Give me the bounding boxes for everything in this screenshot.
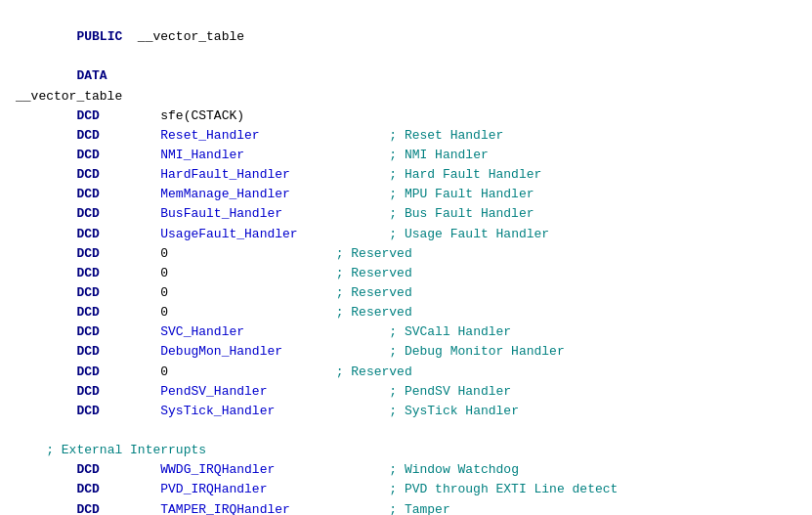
handler-name: Reset_Handler: [160, 128, 259, 143]
comment: ; Reserved: [336, 285, 412, 300]
keyword: DCD: [76, 384, 99, 399]
label: sfe(CSTACK): [160, 108, 244, 123]
code-line: DATA: [16, 66, 796, 86]
handler-name: TAMPER_IRQHandler: [160, 502, 290, 515]
code-line: DCD DebugMon_Handler ; Debug Monitor Han…: [16, 342, 796, 362]
handler-name: MemManage_Handler: [160, 187, 290, 201]
keyword: DCD: [76, 266, 99, 280]
comment: ; SVCall Handler: [389, 324, 511, 339]
code-line: DCD SVC_Handler ; SVCall Handler: [16, 322, 796, 342]
code-line: DCD HardFault_Handler ; Hard Fault Handl…: [16, 165, 796, 185]
keyword: DCD: [76, 128, 99, 143]
code-line: DCD TAMPER_IRQHandler ; Tamper: [16, 500, 796, 515]
label: 0: [160, 365, 168, 379]
code-line: PUBLIC __vector_table: [16, 27, 796, 47]
code-line: DCD MemManage_Handler ; MPU Fault Handle…: [16, 185, 796, 204]
label: 0: [160, 246, 168, 261]
keyword: DCD: [76, 285, 99, 300]
keyword: DCD: [76, 344, 99, 359]
handler-name: NMI_Handler: [160, 148, 244, 162]
keyword: DCD: [76, 206, 99, 221]
comment: ; External Interrupts: [46, 443, 206, 457]
code-line: [16, 47, 796, 66]
code-line: DCD WWDG_IRQHandler ; Window Watchdog: [16, 460, 796, 480]
keyword: DCD: [76, 365, 99, 379]
keyword: DCD: [76, 108, 99, 123]
code-line: DCD BusFault_Handler ; Bus Fault Handler: [16, 204, 796, 224]
comment: ; SysTick Handler: [389, 404, 519, 418]
code-line: DCD NMI_Handler ; NMI Handler: [16, 146, 796, 165]
label: __vector_table: [138, 29, 244, 44]
handler-name: WWDG_IRQHandler: [160, 462, 275, 477]
keyword: DCD: [76, 324, 99, 339]
code-line: DCD SysTick_Handler ; SysTick Handler: [16, 402, 796, 421]
comment: ; Window Watchdog: [389, 462, 519, 477]
code-line: DCD PendSV_Handler ; PendSV Handler: [16, 382, 796, 402]
code-editor: PUBLIC __vector_table DATA__vector_table…: [0, 0, 812, 515]
code-line: [16, 421, 796, 441]
label: 0: [160, 305, 168, 320]
comment: ; Reserved: [336, 246, 412, 261]
handler-name: UsageFault_Handler: [160, 227, 297, 241]
comment: ; Reserved: [336, 365, 412, 379]
handler-name: DebugMon_Handler: [160, 344, 282, 359]
code-line: DCD Reset_Handler ; Reset Handler: [16, 126, 796, 146]
keyword: DCD: [76, 187, 99, 201]
keyword: DCD: [76, 462, 99, 477]
comment: ; NMI Handler: [389, 148, 488, 162]
keyword: DCD: [76, 227, 99, 241]
handler-name: SysTick_Handler: [160, 404, 275, 418]
comment: ; Bus Fault Handler: [389, 206, 534, 221]
keyword: DCD: [76, 167, 99, 182]
handler-name: SVC_Handler: [160, 324, 244, 339]
keyword: DCD: [76, 482, 99, 496]
comment: ; Hard Fault Handler: [389, 167, 541, 182]
keyword: DATA: [76, 68, 107, 83]
code-line: DCD 0 ; Reserved: [16, 244, 796, 264]
label: __vector_table: [16, 89, 122, 104]
handler-name: HardFault_Handler: [160, 167, 290, 182]
keyword: DCD: [76, 305, 99, 320]
code-line: __vector_table: [16, 87, 796, 107]
comment: ; Tamper: [389, 502, 449, 515]
label: 0: [160, 285, 168, 300]
comment: ; Reset Handler: [389, 128, 503, 143]
comment: ; Reserved: [336, 266, 412, 280]
comment: ; Debug Monitor Handler: [389, 344, 564, 359]
comment: ; PendSV Handler: [389, 384, 511, 399]
comment: ; MPU Fault Handler: [389, 187, 534, 201]
code-line: DCD 0 ; Reserved: [16, 363, 796, 382]
code-line: ; External Interrupts: [16, 441, 796, 460]
keyword: DCD: [76, 502, 99, 515]
handler-name: PVD_IRQHandler: [160, 482, 267, 496]
comment: ; Reserved: [336, 305, 412, 320]
code-line: DCD 0 ; Reserved: [16, 283, 796, 303]
code-line: DCD sfe(CSTACK): [16, 107, 796, 126]
comment: ; Usage Fault Handler: [389, 227, 549, 241]
code-line: DCD PVD_IRQHandler ; PVD through EXTI Li…: [16, 480, 796, 499]
keyword: DCD: [76, 246, 99, 261]
comment: ; PVD through EXTI Line detect: [389, 482, 618, 496]
code-line: DCD 0 ; Reserved: [16, 264, 796, 283]
keyword: DCD: [76, 404, 99, 418]
keyword: PUBLIC: [76, 29, 122, 44]
label: 0: [160, 266, 168, 280]
code-line: DCD UsageFault_Handler ; Usage Fault Han…: [16, 225, 796, 244]
handler-name: BusFault_Handler: [160, 206, 282, 221]
keyword: DCD: [76, 148, 99, 162]
code-line: DCD 0 ; Reserved: [16, 303, 796, 322]
handler-name: PendSV_Handler: [160, 384, 267, 399]
